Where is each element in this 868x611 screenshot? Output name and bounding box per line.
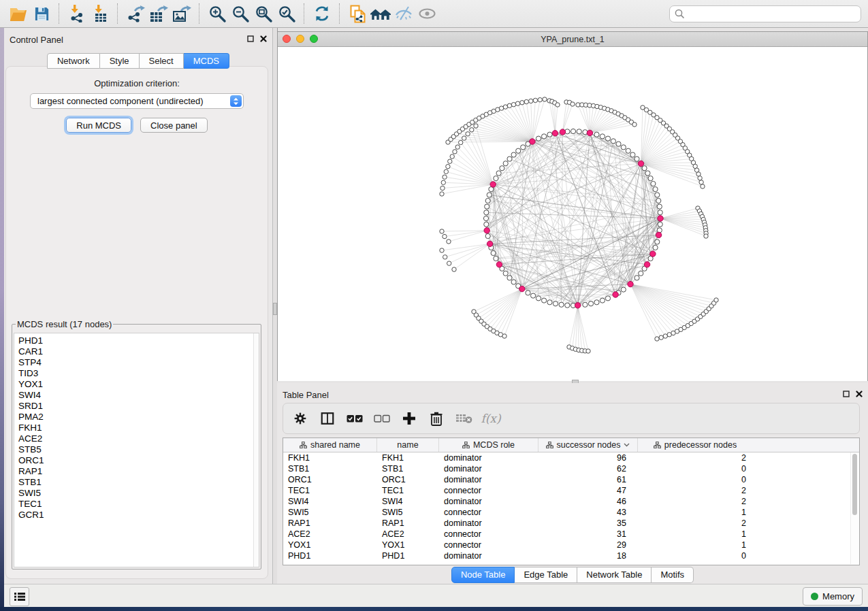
refresh-icon[interactable] (310, 3, 334, 24)
mcds-node-item[interactable]: GCR1 (18, 510, 259, 521)
cell: dominator (439, 452, 539, 463)
table-row[interactable]: RAP1RAP1dominator352 (283, 518, 859, 529)
table-row[interactable]: YOX1YOX1connector291 (283, 540, 859, 550)
export-network-icon[interactable] (124, 3, 147, 24)
network-canvas[interactable] (278, 47, 867, 381)
desktop-wallpaper-bottom (0, 607, 868, 611)
mcds-node-item[interactable]: ACE2 (18, 433, 259, 444)
mcds-node-item[interactable]: YOX1 (18, 379, 259, 390)
network-window-titlebar[interactable]: YPA_prune.txt_1 (278, 32, 867, 47)
mcds-node-item[interactable]: RAP1 (18, 466, 259, 477)
zoom-selected-icon[interactable] (275, 3, 298, 24)
show-all-icon[interactable] (415, 3, 438, 24)
float-panel-icon[interactable] (841, 389, 850, 398)
run-mcds-button[interactable]: Run MCDS (66, 118, 131, 133)
minimize-window-icon[interactable] (296, 35, 304, 43)
table-row[interactable]: TEC1TEC1connector472 (283, 485, 859, 496)
mcds-node-item[interactable]: STP4 (18, 357, 259, 368)
memory-button[interactable]: Memory (803, 587, 863, 606)
zoom-out-icon[interactable] (229, 3, 252, 24)
list-icon (14, 592, 25, 601)
cell: TEC1 (377, 485, 439, 496)
cell: 61 (539, 474, 638, 485)
tab-network-table[interactable]: Network Table (577, 567, 652, 583)
mcds-node-item[interactable]: SWI4 (18, 390, 259, 401)
mcds-node-item[interactable]: ORC1 (18, 455, 259, 466)
mcds-node-item[interactable]: PMA2 (18, 412, 259, 423)
mcds-node-item[interactable]: STB5 (18, 444, 259, 455)
cell: YOX1 (377, 540, 439, 550)
mcds-node-item[interactable]: SWI5 (18, 488, 259, 499)
table-row[interactable]: PHD1PHD1dominator180 (283, 550, 859, 561)
add-column-icon[interactable] (400, 410, 418, 427)
select-all-icon[interactable] (346, 410, 364, 427)
float-panel-icon[interactable] (246, 34, 255, 43)
hide-selected-icon[interactable] (392, 3, 415, 24)
delete-column-icon[interactable] (428, 410, 445, 427)
table-panel-title: Table Panel (283, 390, 329, 400)
tab-select[interactable]: Select (140, 53, 184, 69)
mcds-node-item[interactable]: TEC1 (18, 499, 259, 510)
network-graph[interactable] (278, 47, 867, 381)
open-file-icon[interactable] (7, 3, 30, 24)
cell: connector (439, 507, 539, 518)
column-header-shared-name[interactable]: shared name (283, 438, 377, 452)
close-window-icon[interactable] (283, 35, 291, 43)
deselect-all-icon[interactable] (373, 410, 391, 427)
export-table-icon[interactable] (147, 3, 170, 24)
close-panel-icon[interactable] (854, 389, 863, 398)
mcds-node-item[interactable]: FKH1 (18, 423, 259, 433)
table-row[interactable]: SWI4SWI4dominator462 (283, 496, 859, 507)
tab-motifs[interactable]: Motifs (652, 567, 694, 583)
tab-network[interactable]: Network (47, 53, 100, 69)
table-row[interactable]: ORC1ORC1dominator610 (283, 474, 859, 485)
column-header-name[interactable]: name (377, 438, 439, 452)
tab-edge-table[interactable]: Edge Table (515, 567, 577, 583)
zoom-fit-icon[interactable] (252, 3, 275, 24)
table-row[interactable]: ACE2ACE2connector311 (283, 529, 859, 540)
duplicate-network-icon[interactable] (346, 3, 369, 24)
table-tabs: Node TableEdge TableNetwork TableMotifs (277, 567, 868, 583)
mcds-node-item[interactable]: TID3 (18, 368, 259, 379)
maximize-window-icon[interactable] (310, 35, 318, 43)
tab-style[interactable]: Style (100, 53, 140, 69)
table-settings-icon[interactable] (291, 410, 309, 427)
first-neighbors-icon[interactable] (369, 3, 392, 24)
save-icon[interactable] (30, 3, 53, 24)
column-header-successor-nodes[interactable]: successor nodes (539, 438, 638, 452)
column-header-predecessor-nodes[interactable]: predecessor nodes (638, 438, 752, 452)
table-scrollbar[interactable] (850, 452, 858, 564)
mcds-node-item[interactable]: CAR1 (18, 346, 259, 357)
table-row[interactable]: FKH1FKH1dominator962 (283, 452, 859, 463)
function-builder-icon[interactable]: f(x) (482, 410, 500, 427)
export-image-icon[interactable] (170, 3, 193, 24)
column-header-MCDS-role[interactable]: MCDS role (439, 438, 539, 452)
mcds-list-scrollbar[interactable] (253, 333, 259, 567)
tab-node-table[interactable]: Node Table (451, 567, 515, 583)
shared-column-icon (300, 442, 307, 448)
mcds-node-item[interactable]: SRD1 (18, 401, 259, 412)
table-row[interactable]: STB1STB1dominator620 (283, 463, 859, 474)
close-panel-icon[interactable] (259, 34, 268, 43)
shared-column-icon (546, 442, 553, 448)
cell: dominator (439, 474, 539, 485)
criterion-select[interactable]: largest connected component (undirected) (30, 93, 244, 109)
tab-mcds[interactable]: MCDS (184, 53, 229, 69)
import-table-icon[interactable] (89, 3, 112, 24)
cell: 47 (539, 485, 638, 496)
task-history-button[interactable] (10, 587, 29, 606)
close-panel-button[interactable]: Close panel (140, 118, 208, 133)
search-input[interactable] (689, 8, 856, 20)
table-panel-header: Table Panel (277, 383, 868, 403)
delete-table-icon[interactable] (455, 410, 472, 427)
cell: 43 (539, 507, 638, 518)
optimization-criterion-label: Optimization criterion: (6, 78, 268, 88)
table-row[interactable]: SWI5SWI5connector431 (283, 507, 859, 518)
scrollbar-thumb[interactable] (852, 454, 857, 515)
split-panel-icon[interactable] (319, 410, 336, 427)
mcds-node-item[interactable]: PHD1 (18, 335, 259, 346)
zoom-in-icon[interactable] (206, 3, 229, 24)
mcds-node-item[interactable]: STB1 (18, 477, 259, 488)
cell: 1 (638, 529, 752, 540)
import-network-icon[interactable] (65, 3, 89, 24)
